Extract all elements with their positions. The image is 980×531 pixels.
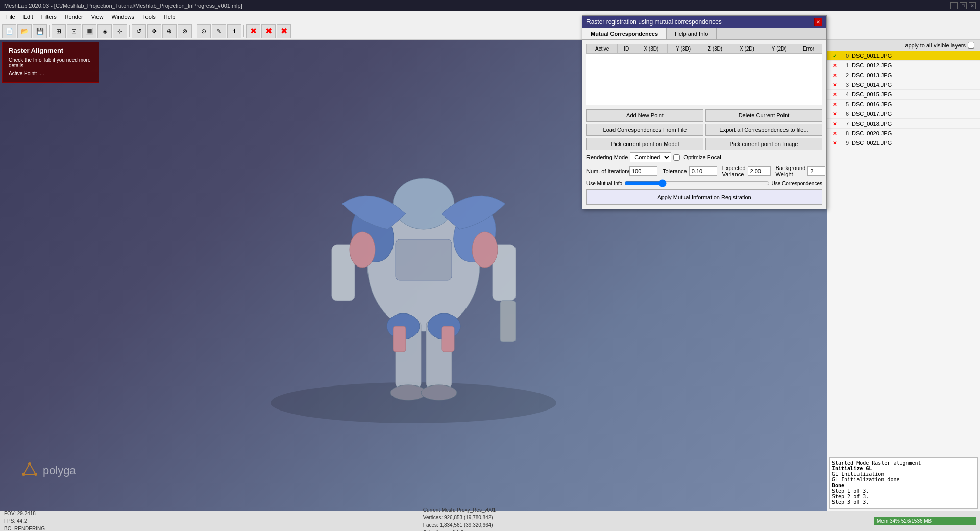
toolbar-info[interactable]: ℹ <box>227 24 241 38</box>
layer-name: DSC_0013.JPG <box>852 72 976 78</box>
current-mesh-text: Current Mesh: Proxy_Res_v001 <box>423 506 496 514</box>
layer-name: DSC_0012.JPG <box>852 62 976 68</box>
maximize-button[interactable]: □ <box>960 2 967 9</box>
layer-item[interactable]: ✕5DSC_0016.JPG <box>827 100 980 109</box>
menu-edit[interactable]: Edit <box>19 13 37 21</box>
layer-item[interactable]: ✕9DSC_0021.JPG <box>827 138 980 148</box>
vertices-text: Vertices: 926,853 (19,780,842) <box>423 514 496 521</box>
background-weight-label: Background Weight <box>776 165 806 177</box>
menu-bar: File Edit Filters Render View Windows To… <box>0 11 980 22</box>
menu-render[interactable]: Render <box>61 13 87 21</box>
minimize-button[interactable]: ─ <box>950 2 958 9</box>
close-button[interactable]: ✕ <box>969 2 976 9</box>
tolerance-input[interactable] <box>689 166 717 176</box>
toolbar-rotate[interactable]: ↺ <box>132 24 146 38</box>
svg-point-9 <box>472 232 498 268</box>
optimize-focal-checkbox[interactable] <box>673 154 680 161</box>
menu-view[interactable]: View <box>87 13 108 21</box>
layer-id: 4 <box>841 91 849 98</box>
layer-status-icon: ✓ <box>831 53 838 59</box>
expected-variance-label: Expected Variance <box>722 165 746 177</box>
toolbar-btn4[interactable]: ◈ <box>97 24 112 38</box>
slider-row: Use Mutual Info Use Correspondences <box>586 180 822 187</box>
col-x2d: X (2D) <box>731 44 763 54</box>
apply-all-label: apply to all visible layers <box>905 42 966 49</box>
load-correspondences-button[interactable]: Load Correspondences From File <box>586 124 703 136</box>
layer-item[interactable]: ✕1DSC_0012.JPG <box>827 61 980 70</box>
tolerance-label: Tolerance <box>663 168 687 174</box>
log-panel: Started Mode Raster alignmentInitialize … <box>829 457 978 509</box>
rendering-mode-label: Rendering Mode <box>586 154 628 160</box>
toolbar-btn5[interactable]: ⊹ <box>113 24 127 38</box>
svg-point-22 <box>28 462 31 465</box>
svg-point-3 <box>393 178 454 229</box>
svg-rect-18 <box>442 326 454 352</box>
layer-id: 8 <box>841 130 849 136</box>
toolbar-btn2[interactable]: ⊡ <box>67 24 81 38</box>
log-line: Done <box>832 482 975 488</box>
toolbar-pick[interactable]: ⊙ <box>197 24 211 38</box>
dialog-content: Active ID X (3D) Y (3D) Z (3D) X (2D) Y … <box>582 40 826 209</box>
fps-text: FPS: 44.2 <box>4 517 45 525</box>
mutual-info-slider[interactable] <box>624 180 769 187</box>
toolbar-select[interactable]: ⊗ <box>178 24 192 38</box>
svg-point-15 <box>421 385 457 400</box>
rendering-mode-select[interactable]: Combined Normal Depth <box>630 152 671 162</box>
toolbar-red1[interactable]: ✖ <box>246 24 260 38</box>
toolbar-pan[interactable]: ✥ <box>147 24 161 38</box>
dialog-close-button[interactable]: ✕ <box>814 18 822 26</box>
menu-file[interactable]: File <box>2 13 19 21</box>
num-iter-label: Num. of Iterations <box>586 168 627 174</box>
layer-id: 5 <box>841 101 849 107</box>
num-iter-input[interactable] <box>629 166 657 176</box>
toolbar-open[interactable]: 📂 <box>17 24 32 38</box>
layer-item[interactable]: ✕6DSC_0017.JPG <box>827 109 980 119</box>
toolbar-btn3[interactable]: 🔳 <box>82 24 96 38</box>
params-row: Num. of Iterations Tolerance Expected Va… <box>586 165 822 177</box>
toolbar-save[interactable]: 💾 <box>33 24 47 38</box>
menu-tools[interactable]: Tools <box>138 13 160 21</box>
correspondences-table-body <box>587 54 822 105</box>
pick-model-point-button[interactable]: Pick current point on Model <box>586 138 703 150</box>
background-weight-input[interactable] <box>807 166 825 176</box>
toolbar-sep3 <box>194 25 194 37</box>
tab-mutual-correspondences[interactable]: Mutual Correspondences <box>582 28 667 39</box>
delete-current-point-button[interactable]: Delete Current Point <box>705 109 822 122</box>
tab-help-info[interactable]: Help and Info <box>667 28 717 39</box>
status-bar: FOV: 29.2418 FPS: 44.2 BO_RENDERING Curr… <box>0 511 980 531</box>
layer-item[interactable]: ✕7DSC_0018.JPG <box>827 119 980 129</box>
toolbar: 📄 📂 💾 ⊞ ⊡ 🔳 ◈ ⊹ ↺ ✥ ⊕ ⊗ ⊙ ✎ ℹ ✖ ✖ ✖ <box>0 22 980 40</box>
layer-name: DSC_0017.JPG <box>852 111 976 117</box>
col-y2d: Y (2D) <box>763 44 795 54</box>
layer-item[interactable]: ✕4DSC_0015.JPG <box>827 90 980 100</box>
layer-item[interactable]: ✓0DSC_0011.JPG <box>827 51 980 61</box>
layer-name: DSC_0021.JPG <box>852 140 976 146</box>
layer-status-icon: ✕ <box>831 111 838 117</box>
layer-item[interactable]: ✕2DSC_0013.JPG <box>827 70 980 80</box>
menu-windows[interactable]: Windows <box>107 13 138 21</box>
layer-item[interactable]: ✕8DSC_0020.JPG <box>827 129 980 138</box>
pick-image-point-button[interactable]: Pick current point on Image <box>705 138 822 150</box>
layer-header: apply to all visible layers <box>827 40 980 51</box>
toolbar-zoom[interactable]: ⊕ <box>162 24 177 38</box>
expected-variance-input[interactable] <box>748 166 771 176</box>
memory-bar: Mem 34% 526/1536 MB <box>874 517 976 525</box>
status-center: Current Mesh: Proxy_Res_v001 Vertices: 9… <box>423 506 496 532</box>
apply-all-checkbox[interactable] <box>968 42 974 49</box>
toolbar-red3[interactable]: ✖ <box>277 24 291 38</box>
col-z3d: Z (3D) <box>699 44 731 54</box>
add-new-point-button[interactable]: Add New Point <box>586 109 703 122</box>
menu-filters[interactable]: Filters <box>37 13 61 21</box>
toolbar-red2[interactable]: ✖ <box>261 24 276 38</box>
selection-text: Selection: v: 0 f: 0 <box>423 529 496 532</box>
toolbar-new[interactable]: 📄 <box>2 24 16 38</box>
toolbar-btn1[interactable]: ⊞ <box>52 24 66 38</box>
toolbar-measure[interactable]: ✎ <box>212 24 226 38</box>
layer-id: 3 <box>841 82 849 88</box>
apply-button[interactable]: Apply Mutual Information Registration <box>586 189 822 205</box>
layer-list: ✓0DSC_0011.JPG✕1DSC_0012.JPG✕2DSC_0013.J… <box>827 51 980 455</box>
menu-help[interactable]: Help <box>160 13 180 21</box>
export-correspondences-button[interactable]: Export all Correspondences to file... <box>705 124 822 136</box>
svg-rect-16 <box>500 301 516 342</box>
layer-item[interactable]: ✕3DSC_0014.JPG <box>827 80 980 90</box>
